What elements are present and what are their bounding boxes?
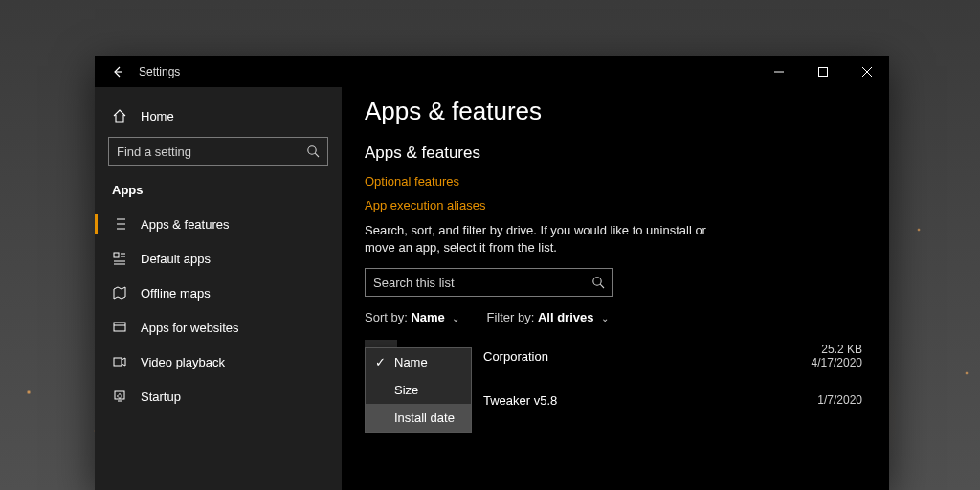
defaults-icon — [112, 251, 127, 266]
section-heading: Apps & features — [365, 144, 862, 163]
chevron-down-icon: ⌄ — [601, 313, 609, 323]
home-icon — [112, 108, 127, 123]
sidebar-home[interactable]: Home — [95, 100, 342, 137]
svg-rect-2 — [819, 68, 828, 77]
svg-rect-21 — [115, 391, 124, 399]
sidebar-item-apps-websites[interactable]: Apps for websites — [95, 310, 342, 345]
search-icon — [306, 145, 320, 158]
sidebar-section-apps: Apps — [95, 177, 342, 207]
app-size: 25.2 KB — [812, 343, 862, 356]
svg-rect-20 — [114, 358, 122, 366]
sidebar: Home Find a setting Apps Apps & features… — [95, 87, 342, 490]
link-optional-features[interactable]: Optional features — [365, 174, 862, 189]
sort-option-label: Size — [394, 383, 418, 397]
svg-point-5 — [308, 146, 316, 154]
filter-value: All drives — [538, 310, 594, 324]
svg-line-24 — [600, 285, 604, 289]
arrow-left-icon — [111, 65, 124, 78]
sidebar-item-label: Startup — [141, 390, 181, 404]
back-button[interactable] — [102, 56, 133, 87]
sort-option-label: Name — [394, 355, 428, 369]
app-publisher: Tweaker v5.8 — [483, 393, 817, 408]
startup-icon — [112, 389, 127, 404]
sort-option-name[interactable]: ✓ Name — [366, 348, 471, 376]
minimize-icon — [774, 67, 784, 77]
svg-line-6 — [315, 153, 319, 157]
svg-rect-13 — [114, 253, 119, 257]
sidebar-item-label: Video playback — [141, 355, 225, 369]
filter-label: Filter by: — [486, 310, 534, 324]
chevron-down-icon: ⌄ — [452, 313, 459, 323]
svg-point-23 — [593, 278, 601, 285]
main-content: Apps & features Apps & features Optional… — [342, 87, 889, 490]
close-button[interactable] — [845, 56, 889, 87]
search-list-input[interactable]: Search this list — [365, 268, 613, 297]
sort-value: Name — [411, 310, 444, 324]
titlebar: Settings — [95, 56, 889, 87]
list-icon — [112, 216, 127, 232]
sidebar-item-startup[interactable]: Startup — [95, 379, 342, 413]
sidebar-item-apps-features[interactable]: Apps & features — [95, 207, 342, 241]
minimize-button[interactable] — [757, 56, 801, 87]
app-date: 1/7/2020 — [817, 393, 862, 407]
sort-option-label: Install date — [394, 411, 455, 425]
sort-by-dropdown[interactable]: Sort by: Name ⌄ — [365, 310, 459, 324]
sidebar-item-offline-maps[interactable]: Offline maps — [95, 276, 342, 310]
find-setting-input[interactable]: Find a setting — [108, 137, 328, 166]
websites-icon — [112, 320, 127, 335]
sidebar-item-label: Apps for websites — [141, 321, 239, 335]
video-icon — [112, 354, 127, 369]
sort-label: Sort by: — [365, 310, 408, 324]
map-icon — [112, 285, 127, 301]
page-title: Apps & features — [365, 97, 862, 126]
filter-by-dropdown[interactable]: Filter by: All drives ⌄ — [486, 310, 609, 324]
sidebar-item-label: Apps & features — [141, 217, 230, 232]
sidebar-item-label: Default apps — [141, 252, 211, 266]
maximize-icon — [818, 67, 828, 77]
search-icon — [591, 276, 605, 289]
app-date: 4/17/2020 — [812, 356, 862, 369]
maximize-button[interactable] — [801, 56, 845, 87]
sort-option-install-date[interactable]: Install date — [366, 404, 471, 432]
find-setting-placeholder: Find a setting — [117, 145, 306, 159]
search-list-placeholder: Search this list — [373, 276, 591, 290]
sort-options-menu: ✓ Name Size Install date — [365, 347, 472, 433]
settings-window: Settings Home Find a setting Apps — [95, 56, 889, 490]
check-icon: ✓ — [375, 355, 387, 369]
link-app-execution-aliases[interactable]: App execution aliases — [365, 198, 862, 212]
window-title: Settings — [139, 65, 180, 78]
section-description: Search, sort, and filter by drive. If yo… — [365, 222, 728, 256]
sidebar-item-video-playback[interactable]: Video playback — [95, 345, 342, 379]
svg-rect-18 — [114, 323, 125, 331]
app-publisher: Corporation — [483, 349, 812, 364]
sort-option-size[interactable]: Size — [366, 376, 471, 404]
sidebar-item-label: Offline maps — [141, 286, 211, 301]
sidebar-home-label: Home — [141, 109, 174, 123]
close-icon — [862, 67, 872, 77]
sidebar-item-default-apps[interactable]: Default apps — [95, 241, 342, 276]
